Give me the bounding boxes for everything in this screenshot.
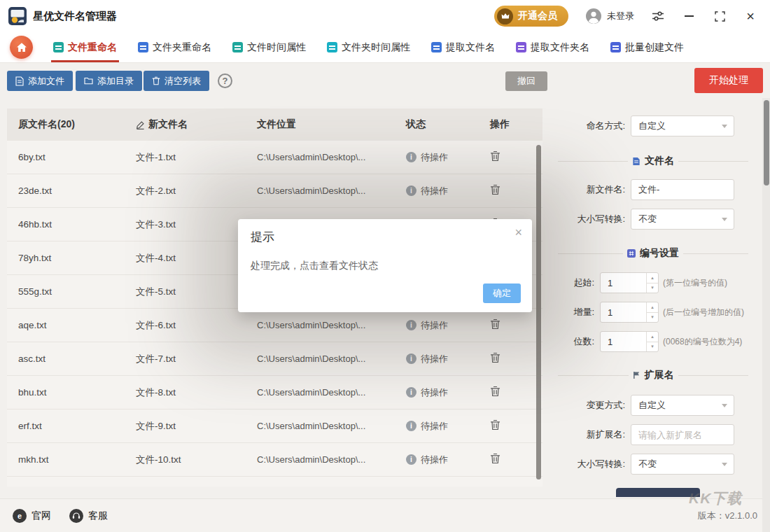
file-location-header: 文件位置 (257, 118, 399, 131)
case-convert-label: 大小写转换: (550, 213, 625, 225)
action-cell (483, 453, 542, 466)
support-link[interactable]: 客服 (69, 509, 108, 523)
undo-button[interactable]: 撤回 (505, 71, 547, 91)
original-filename-cell: 555g.txt (7, 286, 136, 297)
start-process-button[interactable]: 开始处理 (694, 68, 763, 93)
tab-file-icon (232, 42, 243, 52)
ext-case-value: 不变 (638, 458, 657, 470)
new-extension-input[interactable] (631, 424, 734, 445)
file-location-cell: C:\Users\admin\Desktop\... (257, 152, 399, 162)
status-cell: i待操作 (399, 185, 483, 197)
ext-case-select[interactable]: 不变 (631, 454, 734, 475)
tab-5[interactable]: 提取文件夹名 (505, 32, 600, 62)
delete-row-icon[interactable] (490, 386, 500, 397)
original-filename-cell: aqe.txt (7, 320, 136, 330)
tab-bar: 文件重命名文件夹重命名文件时间属性文件夹时间属性提取文件名提取文件夹名批量创建文… (0, 32, 770, 63)
delete-row-icon[interactable] (490, 184, 500, 195)
status-text: 待操作 (421, 151, 448, 164)
dialog-ok-button[interactable]: 确定 (483, 284, 521, 303)
spin-down-icon[interactable]: ▾ (647, 284, 658, 293)
vip-button[interactable]: 开通会员 (494, 6, 568, 27)
website-link[interactable]: e 官网 (13, 509, 51, 523)
add-folder-button[interactable]: 添加目录 (76, 71, 142, 91)
app-title: 星优文件名管理器 (33, 10, 117, 23)
delete-row-icon[interactable] (490, 419, 500, 430)
increment-stepper[interactable]: 1 ▴▾ (600, 302, 659, 323)
divider (683, 253, 748, 254)
table-scrollbar-thumb[interactable] (536, 145, 541, 479)
window-scrollbar-thumb[interactable] (764, 100, 769, 186)
tab-2[interactable]: 文件时间属性 (222, 32, 316, 62)
status-header: 状态 (399, 118, 483, 131)
tab-4[interactable]: 提取文件名 (421, 32, 505, 62)
file-location-cell: C:\Users\admin\Desktop\... (257, 186, 399, 196)
home-icon (16, 42, 27, 52)
delete-row-icon[interactable] (490, 150, 500, 162)
spin-down-icon[interactable]: ▾ (647, 342, 658, 352)
login-button[interactable]: 未登录 (585, 8, 634, 24)
info-icon: i (406, 421, 416, 431)
window-scrollbar[interactable] (762, 98, 770, 532)
new-filename-cell: 文件-10.txt (136, 454, 257, 466)
table-row: 23de.txt文件-2.txtC:\Users\admin\Desktop\.… (7, 174, 542, 208)
spin-up-icon[interactable]: ▴ (647, 332, 658, 342)
tab-label: 文件夹时间属性 (342, 41, 410, 54)
extension-flag-icon (633, 371, 640, 379)
close-button[interactable]: × (743, 7, 757, 25)
start-number-stepper[interactable]: 1 ▴▾ (600, 272, 659, 293)
delete-row-icon[interactable] (490, 453, 500, 464)
tab-3[interactable]: 文件夹时间属性 (316, 32, 421, 62)
minimize-button[interactable] (682, 7, 696, 25)
info-icon: i (406, 354, 416, 364)
case-convert-select[interactable]: 不变 (631, 209, 734, 230)
tab-0[interactable]: 文件重命名 (43, 32, 127, 62)
home-button[interactable] (10, 36, 33, 59)
toolbar: 添加文件 添加目录 清空列表 ? 撤回 开始处理 (0, 63, 770, 98)
digits-row: 位数: 1 ▴▾ (0068的编号位数为4) (550, 331, 757, 352)
file-location-cell: C:\Users\admin\Desktop\... (257, 320, 399, 330)
action-cell (483, 150, 542, 164)
tab-6[interactable]: 批量创建文件 (600, 32, 694, 62)
digits-hint: (0068的编号位数为4) (663, 336, 742, 348)
tab-1[interactable]: 文件夹重命名 (127, 32, 222, 62)
clear-list-button[interactable]: 清空列表 (144, 71, 209, 91)
naming-mode-row: 命名方式: 自定义 (550, 115, 757, 136)
delete-row-icon[interactable] (490, 352, 500, 363)
extension-section-title: 扩展名 (645, 369, 674, 382)
new-filename-input[interactable] (631, 179, 734, 200)
spin-down-icon[interactable]: ▾ (647, 313, 658, 323)
action-cell (483, 352, 542, 365)
settings-sliders-icon[interactable] (651, 7, 665, 25)
spin-up-icon[interactable]: ▴ (647, 273, 658, 284)
original-filename-cell: 78yh.txt (7, 253, 136, 263)
info-icon: i (406, 454, 416, 465)
file-location-cell: C:\Users\admin\Desktop\... (257, 421, 399, 431)
digits-value: 1 (601, 332, 646, 351)
spin-up-icon[interactable]: ▴ (647, 302, 658, 313)
original-filename-header: 原文件名(20) (7, 118, 136, 131)
original-filename-cell: 6by.txt (7, 152, 136, 162)
case-convert-row: 大小写转换: 不变 (550, 209, 757, 230)
new-filename-cell: 文件-9.txt (136, 420, 257, 433)
tab-label: 文件时间属性 (247, 41, 306, 54)
original-filename-cell: mkh.txt (7, 454, 136, 465)
delete-row-icon[interactable] (490, 318, 500, 330)
digits-stepper[interactable]: 1 ▴▾ (600, 331, 659, 352)
maximize-button[interactable] (713, 7, 727, 25)
status-cell: i待操作 (399, 420, 483, 433)
status-cell: i待操作 (399, 151, 483, 164)
clipped-action-button[interactable] (616, 488, 700, 497)
settings-panel: 命名方式: 自定义 文件名 新文件名: 大小写转换: 不变 (550, 105, 757, 497)
new-filename-cell: 文件-7.txt (136, 353, 257, 365)
status-cell: i待操作 (399, 386, 483, 399)
info-icon: i (406, 320, 416, 330)
info-icon: i (406, 186, 416, 196)
title-bar: 星优文件名管理器 开通会员 未登录 × (0, 0, 770, 32)
naming-mode-select[interactable]: 自定义 (631, 115, 734, 136)
help-icon[interactable]: ? (218, 74, 232, 88)
status-cell: i待操作 (399, 353, 483, 365)
ext-mode-select[interactable]: 自定义 (631, 395, 734, 416)
dialog-close-icon[interactable]: × (514, 226, 522, 239)
add-file-button[interactable]: 添加文件 (7, 71, 73, 91)
chevron-down-icon (722, 404, 727, 407)
